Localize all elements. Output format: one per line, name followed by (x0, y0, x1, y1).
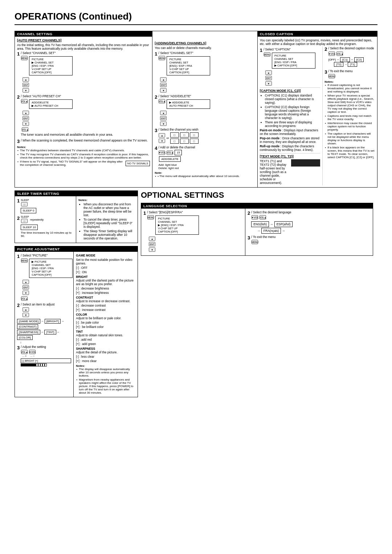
notes-title: Notes: (17, 145, 26, 149)
ch-box6: □ (190, 139, 199, 144)
pic-step1-menu: ▶ PICTURE CHANNEL SET [ENG / ESP / FRA V… (29, 259, 73, 278)
sleep-notes-title: Notes: (78, 198, 87, 202)
text-mode-visual (291, 159, 320, 167)
ch-box1: □ (170, 132, 179, 138)
enter-btn2: ENT (23, 116, 29, 120)
contrast-desc: Adjust to increase or decrease contrast. (76, 299, 135, 303)
cc-step2-num: 2 (324, 46, 327, 52)
menu-exit-lang: MENU (252, 240, 258, 244)
vol-up-cc: VOL▲ (336, 52, 343, 56)
down-lang: ▼ (149, 247, 155, 252)
sleep-btn2: □ (21, 219, 28, 223)
vol-up-btn: VOL▲ (21, 99, 28, 103)
step1-label: / Select "CHANNEL SET" (21, 51, 56, 55)
caption3: There are three ways of displaying accor… (265, 120, 320, 128)
note1: The TV distinguishes between standard TV… (17, 149, 150, 152)
vol-up-adj: VOL▲ (21, 350, 28, 354)
sleep-note2: To cancel the sleep timer, press [SLEEP]… (83, 218, 135, 229)
note3: If there is no TV signal, input, "NO TV … (17, 160, 124, 167)
lang-step2-label: / Select the desired language (251, 210, 291, 214)
t2-box: [T2] (334, 62, 343, 67)
add-light-blue: Add: light blue (158, 163, 255, 167)
ent-pic: ENT (23, 285, 29, 290)
lang-step1-label: / Select "[ENG]/ESP/FRA" (147, 210, 183, 214)
ch-box3: □ (190, 132, 199, 138)
bright-plus: [+] : increase brightness (76, 291, 135, 295)
lang-sel-header: LANGUAGE SELECTION (141, 203, 373, 209)
down-cc: ▼ (265, 81, 272, 86)
cc-step1-num: 1 (260, 48, 262, 53)
contrast-title: CONTRAST (76, 296, 135, 299)
repeatedly-label: repeatedly (30, 218, 44, 221)
step2-note: The tuner scans and memorizes all availa… (21, 133, 150, 136)
color-plus: [+] : be brilliant color (76, 325, 135, 329)
sleep-step2-num: 2 (17, 216, 20, 221)
sharpness-title: SHARPNESS (76, 347, 135, 350)
dots-plus: ... + (21, 355, 28, 357)
off-label: [OFF] (328, 58, 335, 61)
ch-number-display: 15 (175, 150, 182, 155)
sleep-time-note: The time increases by 10 minutes up to 9… (21, 231, 74, 238)
add-step2-num: 2 (155, 94, 157, 100)
pic-step1-label: / Select "PICTURE" (21, 254, 48, 257)
add-step4-num: 4 (155, 145, 157, 151)
caption2: CAPTION2 (C2) displays foreign language … (265, 105, 320, 120)
sleep10-display: SLEEP 10 (21, 225, 38, 230)
ch-box4: □ (170, 139, 179, 144)
game-mode-plus: [+] : ON (76, 270, 135, 274)
game-mode-title: GAME MODE (76, 254, 135, 257)
down-ch: ▼ (159, 139, 165, 143)
vol-down-cc: ▼VOL (328, 52, 335, 56)
lang-step3-num: 3 (248, 235, 250, 241)
tint-minus: [-] : add red (76, 338, 135, 341)
vol-down-adj: ▼VOL (29, 350, 36, 354)
pic-note1: The display will disappear automatically… (76, 368, 135, 377)
lang-step3-label: / To exit the menu (251, 235, 275, 239)
caption1: CAPTION1 (C1) displays standard closed c… (265, 94, 320, 104)
auto-preset-desc: As the initial setting, this TV has memo… (17, 43, 150, 50)
game-mode-box: [GAME MODE] (17, 319, 40, 324)
bright-minus: [-] : decrease brightness (76, 287, 135, 290)
bright-label-adj: [-] BRIGHT [+] (22, 360, 38, 362)
note2: The TV may recognize TV channels as CATV… (17, 153, 150, 159)
vol-down-add: ▼VOL (159, 151, 165, 155)
bright-box: [BRIGHT] (45, 319, 61, 324)
up-lang: ▲ (149, 237, 155, 241)
up-cc: ▲ (265, 70, 272, 75)
contrast-box: [CONTRAST] (17, 324, 38, 329)
tint-box: [TINT] (44, 330, 56, 335)
t1-box: [T1] (348, 62, 357, 67)
ent-lang: ENT (149, 242, 155, 246)
game-mode-desc: Set to the most suitable position for vi… (76, 258, 135, 265)
tint-plus: [+] : add green (76, 342, 135, 346)
cc-step3-num: 3 (324, 69, 327, 75)
auto-preset-title: [AUTO PRESET CHANNELS] (17, 38, 150, 42)
arr1: ↔ (336, 58, 339, 61)
arr-b: ↔ (61, 320, 64, 323)
enter-btn: ENT (23, 83, 29, 87)
color-box: [COLOR] (17, 335, 33, 340)
add-step3-num: 3 (155, 128, 157, 133)
down-add2: ▼ (160, 122, 167, 126)
or-text: or (166, 136, 169, 140)
pic-step2-num: 2 (17, 303, 20, 308)
step3-num: 3 (17, 139, 20, 144)
step2-label: / Select "AUTO PRESET CH" (21, 94, 61, 98)
tint-title: TINT (76, 330, 135, 333)
cc-step1-label: / Select "CAPTION" (264, 48, 291, 51)
cc-note6: If a black box appears on the screen, th… (324, 146, 375, 159)
add-del-desc: You can add or delete channels manually. (155, 46, 255, 50)
color-minus: [-] : be pale color (76, 321, 135, 324)
down-pic: ▼ (23, 291, 29, 295)
step3-label: / When the scanning is completed, the lo… (21, 139, 147, 142)
vol-add: VOL▲ (159, 99, 165, 103)
lang-step2-num: 2 (248, 210, 250, 216)
up-pic: ▲ (23, 280, 29, 284)
add-del-title: [ADDING/DELETING CHANNELS] (155, 41, 255, 45)
vol-up-lang: VOL▲ (260, 215, 266, 219)
down-btn: ▼ (23, 88, 29, 93)
sharpness-desc: Adjust the detail of the picture. (76, 350, 135, 354)
sharpness-plus: [+] : more clear (76, 359, 135, 363)
closed-caption-desc: You can specially labeled (cc) TV progra… (260, 38, 375, 46)
cc-notes-title: Notes: (324, 80, 334, 83)
